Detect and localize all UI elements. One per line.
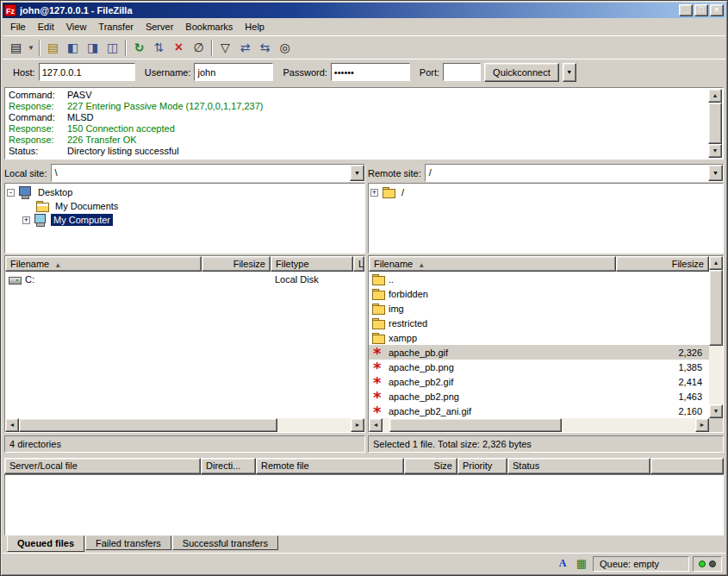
collapse-icon[interactable]: - — [7, 189, 15, 197]
column-header-server-local-file[interactable]: Server/Local file — [4, 458, 201, 474]
find-icon[interactable]: ◎ — [275, 38, 295, 57]
column-header-direction[interactable]: Directi... — [201, 458, 256, 474]
menu-server[interactable]: Server — [140, 19, 179, 34]
site-manager-icon[interactable]: ▤ — [6, 38, 26, 57]
scroll-track[interactable] — [708, 103, 722, 144]
remote-file-row[interactable]: apache_pb2.gif2,414 — [369, 374, 709, 389]
menu-help[interactable]: Help — [239, 19, 271, 34]
queue-toggle-icon[interactable]: ◫ — [103, 38, 122, 57]
column-header-size[interactable]: Size — [404, 458, 457, 474]
menu-view[interactable]: View — [60, 19, 93, 34]
menu-bookmarks[interactable]: Bookmarks — [179, 19, 239, 34]
compare-icon[interactable]: ⇄ — [235, 38, 255, 57]
scroll-thumb[interactable] — [709, 270, 723, 346]
port-input[interactable] — [443, 63, 481, 81]
remote-site-value: / — [426, 165, 708, 181]
filter-icon[interactable]: ▽ — [215, 38, 235, 57]
menu-edit[interactable]: Edit — [32, 19, 60, 34]
log-scrollbar[interactable]: ▲ ▼ — [708, 89, 722, 158]
scroll-left-icon[interactable]: ◄ — [5, 418, 19, 432]
folder-icon — [371, 273, 385, 285]
quickconnect-dropdown-icon[interactable]: ▼ — [563, 63, 576, 82]
scroll-up-icon[interactable]: ▲ — [709, 256, 723, 270]
scroll-down-icon[interactable]: ▼ — [709, 404, 723, 418]
menu-transfer[interactable]: Transfer — [92, 19, 140, 34]
expand-icon[interactable]: + — [370, 189, 378, 197]
tab-successful-transfers[interactable]: Successful transfers — [172, 535, 278, 550]
site-manager-dropdown-icon[interactable]: ▼ — [26, 38, 36, 57]
remote-file-row-selected[interactable]: apache_pb.gif2,326 — [369, 345, 709, 360]
remote-file-row[interactable]: apache_pb.png1,385 — [369, 360, 709, 374]
username-label: Username: — [145, 67, 191, 78]
tree-item-my-computer[interactable]: + My Computer — [22, 213, 363, 227]
toolbar-separator — [211, 40, 213, 56]
remote-hscrollbar[interactable]: ◄ ► — [369, 418, 723, 432]
remote-file-row[interactable]: .. — [369, 272, 709, 286]
tree-item-root[interactable]: + / — [370, 185, 721, 199]
scroll-thumb[interactable] — [708, 103, 722, 144]
send-activity-led — [709, 560, 716, 567]
tree-item-label: My Computer — [51, 214, 113, 226]
column-header-priority[interactable]: Priority — [457, 458, 507, 474]
menu-file[interactable]: File — [4, 19, 32, 34]
log-line: Response:226 Transfer OK — [9, 135, 706, 146]
statusbar: A ▦ Queue: empty — [3, 553, 725, 573]
dropdown-icon[interactable]: ▼ — [350, 165, 364, 181]
remote-file-row[interactable]: apache_pb2.png1,463 — [369, 389, 709, 404]
dropdown-icon[interactable]: ▼ — [708, 165, 723, 181]
host-input[interactable] — [39, 63, 135, 81]
expand-icon[interactable]: + — [22, 216, 30, 224]
tab-failed-transfers[interactable]: Failed transfers — [85, 535, 171, 550]
remote-file-row[interactable]: forbidden — [369, 286, 709, 301]
maximize-button[interactable]: □ — [694, 4, 708, 16]
scroll-down-icon[interactable]: ▼ — [708, 144, 722, 158]
remote-tree-toggle-icon[interactable]: ◨ — [83, 38, 103, 57]
titlebar[interactable]: Fz john@127.0.0.1 - FileZilla _ □ × — [3, 3, 725, 18]
remote-file-row[interactable]: restricted — [369, 316, 709, 330]
tab-queued-files[interactable]: Queued files — [7, 535, 84, 552]
local-site-combo[interactable]: \ ▼ — [51, 164, 365, 182]
tree-item-my-documents[interactable]: My Documents — [22, 199, 363, 213]
password-input[interactable] — [331, 63, 410, 81]
process-queue-icon[interactable]: ⇅ — [149, 38, 169, 57]
file-panes: Local site: \ ▼ - Desktop My Documents — [3, 163, 725, 453]
scroll-up-icon[interactable]: ▲ — [708, 89, 722, 103]
scroll-right-icon[interactable]: ► — [695, 418, 709, 432]
scroll-right-icon[interactable]: ► — [351, 418, 364, 432]
scroll-track[interactable] — [709, 270, 723, 404]
message-log-toggle-icon[interactable]: ▤ — [43, 38, 63, 57]
close-button[interactable]: × — [710, 4, 724, 16]
local-rows: C: Local Disk — [5, 272, 364, 418]
scroll-track[interactable] — [383, 418, 695, 432]
scroll-track[interactable] — [19, 418, 351, 432]
username-input[interactable] — [194, 63, 273, 81]
column-header-filename[interactable]: Filename▲ — [5, 256, 202, 272]
log-type: Command: — [9, 90, 67, 101]
remote-site-combo[interactable]: / ▼ — [425, 164, 724, 182]
tree-item-desktop[interactable]: - Desktop — [7, 185, 363, 199]
queue-list[interactable] — [4, 474, 724, 535]
local-file-row[interactable]: C: Local Disk — [5, 272, 364, 286]
scroll-thumb[interactable] — [19, 418, 277, 432]
column-header-filetype[interactable]: Filetype — [271, 256, 353, 272]
remote-file-row[interactable]: apache_pb2_ani.gif2,160 — [369, 404, 709, 418]
column-header-lastmodified[interactable]: L — [353, 256, 364, 272]
minimize-button[interactable]: _ — [679, 4, 693, 16]
scroll-left-icon[interactable]: ◄ — [369, 418, 383, 432]
column-header-filesize[interactable]: Filesize — [616, 256, 709, 272]
disconnect-icon[interactable]: ∅ — [189, 38, 208, 57]
remote-file-row[interactable]: img — [369, 301, 709, 316]
column-header-filesize[interactable]: Filesize — [202, 256, 271, 272]
remote-vscrollbar[interactable]: ▲ ▼ — [709, 256, 723, 418]
column-header-filename[interactable]: Filename▲ — [369, 256, 616, 272]
column-header-status[interactable]: Status — [507, 458, 650, 474]
refresh-icon[interactable]: ↻ — [129, 38, 149, 57]
quickconnect-button[interactable]: Quickconnect — [484, 63, 559, 82]
remote-file-row[interactable]: xampp — [369, 330, 709, 345]
local-tree-toggle-icon[interactable]: ◧ — [63, 38, 83, 57]
sync-browse-icon[interactable]: ⇆ — [255, 38, 275, 57]
scroll-thumb[interactable] — [389, 418, 562, 432]
column-header-remote-file[interactable]: Remote file — [256, 458, 404, 474]
cancel-icon[interactable]: × — [169, 38, 189, 57]
local-hscrollbar[interactable]: ◄ ► — [5, 418, 364, 432]
